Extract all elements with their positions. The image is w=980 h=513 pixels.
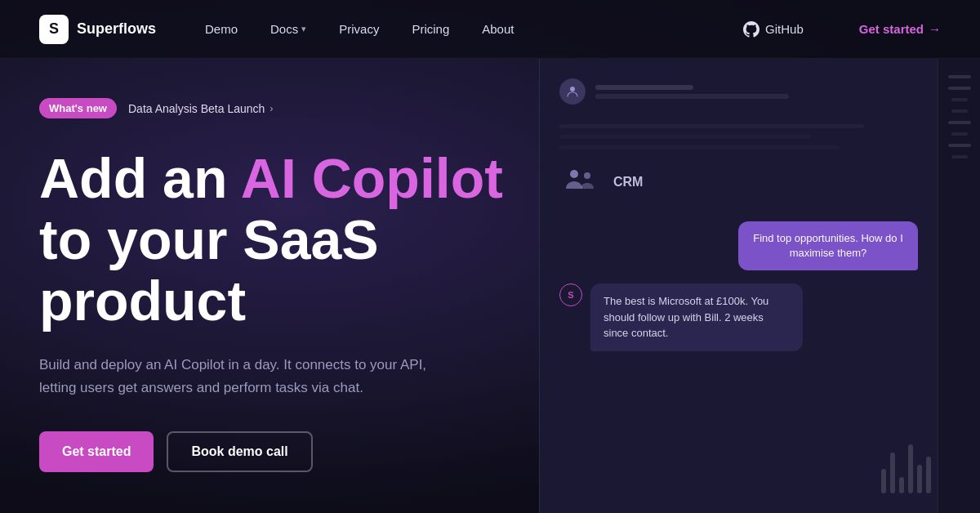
main-content: What's new Data Analysis Beta Launch › A… bbox=[0, 59, 980, 472]
hero-subtitle: Build and deploy an AI Copilot in a day.… bbox=[39, 354, 464, 398]
nav-link-demo[interactable]: Demo bbox=[205, 22, 238, 36]
chevron-down-icon: ▾ bbox=[301, 24, 306, 34]
brand-name: Superflows bbox=[77, 20, 156, 38]
hero-buttons: Get started Book demo call bbox=[39, 431, 941, 472]
chevron-right-icon: › bbox=[270, 102, 273, 114]
announcement-bar: What's new Data Analysis Beta Launch › bbox=[39, 98, 941, 118]
nav-link-about[interactable]: About bbox=[482, 22, 514, 36]
nav-link-pricing[interactable]: Pricing bbox=[412, 22, 449, 36]
nav-links: Demo Docs ▾ Privacy Pricing About GitHub… bbox=[205, 21, 941, 38]
whats-new-badge: What's new bbox=[39, 98, 117, 118]
nav-link-privacy[interactable]: Privacy bbox=[339, 22, 379, 36]
hero-demo-button[interactable]: Book demo call bbox=[167, 431, 312, 472]
hero-title-accent: AI Copilot bbox=[241, 147, 503, 209]
nav-github-link[interactable]: GitHub bbox=[743, 21, 804, 38]
hero-get-started-button[interactable]: Get started bbox=[39, 431, 154, 472]
navbar: S Superflows Demo Docs ▾ Privacy Pricing… bbox=[0, 0, 980, 59]
github-icon bbox=[743, 21, 760, 38]
nav-link-docs[interactable]: Docs ▾ bbox=[270, 22, 306, 36]
hero-title: Add an AI Copilot to your SaaS product bbox=[39, 148, 562, 331]
logo-icon: S bbox=[39, 15, 69, 44]
nav-logo[interactable]: S Superflows bbox=[39, 15, 156, 44]
announcement-link[interactable]: Data Analysis Beta Launch › bbox=[128, 102, 274, 115]
arrow-icon: → bbox=[929, 22, 941, 36]
nav-cta-button[interactable]: Get started → bbox=[859, 22, 941, 36]
